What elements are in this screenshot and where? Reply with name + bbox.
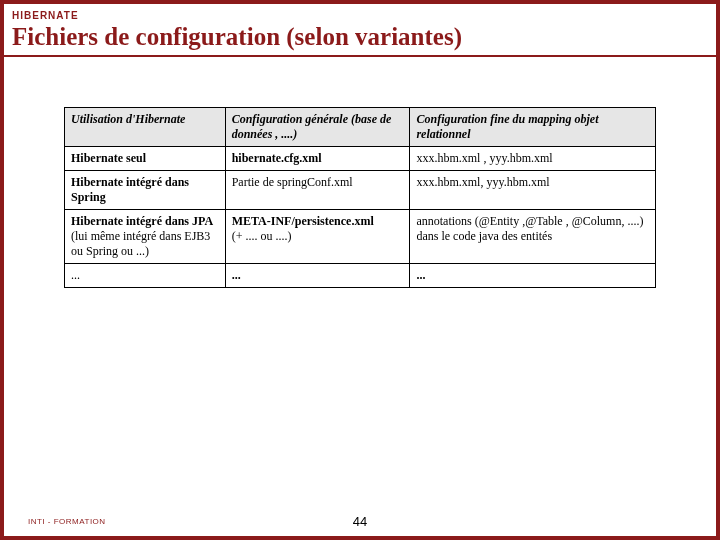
table-row: ... ... ... (65, 264, 656, 288)
cell-general-text: ... (232, 268, 241, 282)
cell-mapping: annotations (@Entity ,@Table , @Column, … (410, 210, 656, 264)
slide-frame: HIBERNATE Fichiers de configuration (sel… (0, 0, 720, 540)
header: HIBERNATE Fichiers de configuration (sel… (4, 4, 716, 55)
cell-usage: ... (65, 264, 226, 288)
cell-usage-head: Hibernate intégré dans JPA (71, 214, 213, 228)
cell-usage: Hibernate intégré dans JPA (lui même int… (65, 210, 226, 264)
cell-usage-head: Hibernate intégré dans Spring (71, 175, 189, 204)
page-number: 44 (353, 514, 367, 529)
cell-mapping: xxx.hbm.xml, yyy.hbm.xml (410, 171, 656, 210)
table-row: Hibernate intégré dans JPA (lui même int… (65, 210, 656, 264)
cell-mapping: ... (410, 264, 656, 288)
col-header-usage: Utilisation d'Hibernate (65, 108, 226, 147)
table-row: Hibernate intégré dans Spring Partie de … (65, 171, 656, 210)
cell-usage: Hibernate seul (65, 147, 226, 171)
cell-general-text: hibernate.cfg.xml (232, 151, 322, 165)
cell-general-sub: (+ .... ou ....) (232, 229, 292, 243)
main-title: Fichiers de configuration (selon variant… (12, 21, 708, 55)
table-row: Hibernate seul hibernate.cfg.xml xxx.hbm… (65, 147, 656, 171)
footer: INTI - FORMATION 44 (4, 517, 716, 526)
footer-org: INTI - FORMATION (28, 517, 106, 526)
config-table: Utilisation d'Hibernate Configuration gé… (64, 107, 656, 288)
table-header-row: Utilisation d'Hibernate Configuration gé… (65, 108, 656, 147)
cell-general-head: META-INF/persistence.xml (232, 214, 374, 228)
content-area: Utilisation d'Hibernate Configuration gé… (4, 57, 716, 288)
cell-general: ... (225, 264, 410, 288)
cell-general: Partie de springConf.xml (225, 171, 410, 210)
col-header-mapping: Configuration fine du mapping objet rela… (410, 108, 656, 147)
small-title: HIBERNATE (12, 10, 708, 21)
cell-mapping-text: ... (416, 268, 425, 282)
cell-mapping: xxx.hbm.xml , yyy.hbm.xml (410, 147, 656, 171)
cell-general: META-INF/persistence.xml (+ .... ou ....… (225, 210, 410, 264)
col-header-general: Configuration générale (base de données … (225, 108, 410, 147)
cell-usage: Hibernate intégré dans Spring (65, 171, 226, 210)
cell-general: hibernate.cfg.xml (225, 147, 410, 171)
cell-usage-sub: (lui même intégré dans EJB3 ou Spring ou… (71, 229, 219, 259)
cell-usage-head: Hibernate seul (71, 151, 146, 165)
